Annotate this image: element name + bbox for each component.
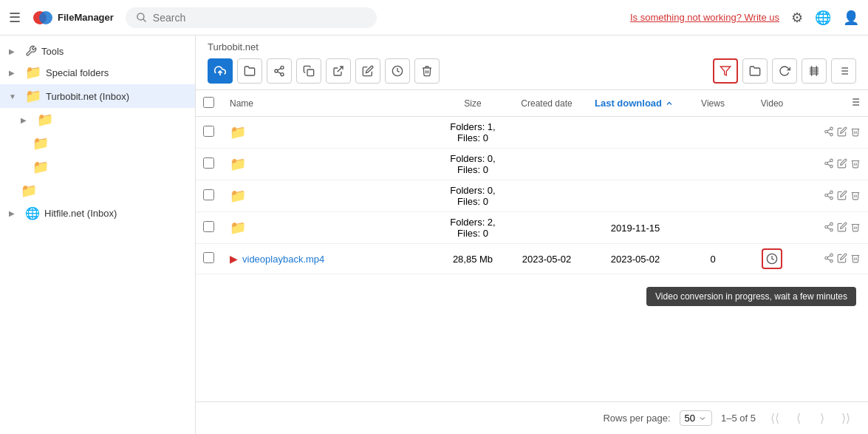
svg-line-41 xyxy=(827,160,830,162)
share-row-icon[interactable] xyxy=(824,158,834,171)
name-column-header[interactable]: Name xyxy=(222,90,440,117)
select-all-checkbox[interactable] xyxy=(203,97,214,108)
sidebar-item-subfolder4[interactable]: 📁 xyxy=(0,179,195,203)
sidebar: ▶ Tools ▶ 📁 Special folders ▼ 📁 Turbobit… xyxy=(0,35,196,434)
sidebar-item-hitfile[interactable]: ▶ 🌐 Hitfile.net (Inbox) xyxy=(0,203,195,224)
video-column-header[interactable]: Video xyxy=(742,90,802,117)
external-link-icon xyxy=(332,65,344,77)
svg-point-44 xyxy=(830,197,833,200)
edit-row-icon[interactable] xyxy=(837,158,847,171)
video-pending-button[interactable] xyxy=(762,248,782,269)
external-link-button[interactable] xyxy=(326,58,351,84)
share-row-icon[interactable] xyxy=(824,253,834,265)
hamburger-menu-icon[interactable]: ☰ xyxy=(9,10,21,26)
created-column-header[interactable]: Created date xyxy=(506,90,587,117)
share-button[interactable] xyxy=(267,58,292,84)
last-page-button[interactable]: ⟩⟩ xyxy=(835,408,856,429)
columns-button[interactable] xyxy=(802,58,827,84)
globe-icon[interactable]: 🌐 xyxy=(815,10,831,26)
pagination-info: 1–5 of 5 xyxy=(721,413,756,424)
row-checkbox[interactable] xyxy=(203,157,214,169)
first-page-button[interactable]: ⟨⟨ xyxy=(765,408,785,429)
toolbar-right xyxy=(713,58,856,84)
edit-row-icon[interactable] xyxy=(837,190,847,203)
delete-row-icon[interactable] xyxy=(850,190,861,203)
clock-icon xyxy=(766,253,778,265)
svg-point-6 xyxy=(275,69,278,72)
svg-point-42 xyxy=(830,191,833,194)
upload-button[interactable] xyxy=(208,58,233,84)
sidebar-item-subfolder1[interactable]: ▶ 📁 xyxy=(0,108,195,132)
toolbar xyxy=(196,52,868,90)
folder-nav-button[interactable] xyxy=(742,58,768,84)
next-page-button[interactable]: ⟩ xyxy=(812,408,833,429)
search-input[interactable] xyxy=(153,12,360,24)
hitfile-label: Hitfile.net (Inbox) xyxy=(44,208,117,219)
share-row-icon[interactable] xyxy=(824,190,834,203)
column-options-icon[interactable] xyxy=(849,96,861,108)
table-row: 📁 Folders: 0, Files: 0 xyxy=(196,180,868,212)
delete-button[interactable] xyxy=(414,58,440,84)
rows-per-page-select[interactable]: 50 xyxy=(680,410,712,426)
copy-button[interactable] xyxy=(296,58,321,84)
row-checkbox[interactable] xyxy=(203,252,214,263)
svg-point-55 xyxy=(830,260,833,262)
row-checkbox[interactable] xyxy=(203,189,214,200)
svg-point-48 xyxy=(825,226,828,228)
share-row-icon[interactable] xyxy=(824,126,834,139)
new-folder-button[interactable] xyxy=(237,58,262,84)
sidebar-item-turbobit[interactable]: ▼ 📁 Turbobit.net (Inbox) xyxy=(0,84,195,108)
upload-icon xyxy=(214,65,226,77)
row-video xyxy=(742,149,802,180)
video-conversion-tooltip: Video conversion in progress, wait a few… xyxy=(646,287,856,306)
views-column-header[interactable]: Views xyxy=(683,90,742,117)
app-logo: FileManager xyxy=(33,7,114,28)
chevron-right-icon: ▶ xyxy=(9,209,21,217)
sidebar-item-subfolder2[interactable]: 📁 xyxy=(0,132,195,155)
file-link[interactable]: videoplayback.mp4 xyxy=(242,254,324,265)
last-download-column-header[interactable]: Last download xyxy=(587,90,683,117)
row-views xyxy=(683,149,742,180)
svg-point-2 xyxy=(137,13,144,20)
sidebar-item-subfolder3[interactable]: 📁 xyxy=(0,155,195,179)
list-view-button[interactable] xyxy=(831,58,856,84)
history-button[interactable] xyxy=(385,58,410,84)
sidebar-item-tools[interactable]: ▶ Tools xyxy=(0,41,195,61)
edit-row-icon[interactable] xyxy=(837,126,847,139)
svg-point-43 xyxy=(825,194,828,197)
row-video xyxy=(742,244,802,274)
delete-row-icon[interactable] xyxy=(850,158,861,171)
feedback-link[interactable]: Is something not working? Write us xyxy=(630,12,779,23)
svg-point-47 xyxy=(830,223,833,226)
app-title: FileManager xyxy=(58,12,114,23)
delete-row-icon[interactable] xyxy=(850,222,861,234)
refresh-button[interactable] xyxy=(772,58,797,84)
file-table-container: Name Size Created date Last download Vi xyxy=(196,90,868,401)
sidebar-item-special-folders[interactable]: ▶ 📁 Special folders xyxy=(0,61,195,84)
edit-button[interactable] xyxy=(355,58,380,84)
prev-page-button[interactable]: ⟨ xyxy=(788,408,809,429)
folder-icon: 📁 xyxy=(230,157,246,172)
delete-row-icon[interactable] xyxy=(850,253,861,265)
chevron-down-icon: ▼ xyxy=(9,92,21,101)
size-column-header[interactable]: Size xyxy=(440,90,506,117)
folder-open-icon xyxy=(749,65,761,77)
svg-line-45 xyxy=(827,195,830,197)
row-last-download: 2019-11-15 xyxy=(587,212,683,244)
row-last-download xyxy=(587,149,683,180)
row-checkbox[interactable] xyxy=(203,221,214,232)
search-bar[interactable] xyxy=(126,7,377,28)
svg-point-54 xyxy=(825,257,828,260)
edit-row-icon[interactable] xyxy=(837,222,847,234)
share-row-icon[interactable] xyxy=(824,222,834,234)
delete-row-icon[interactable] xyxy=(850,126,861,139)
user-icon[interactable]: 👤 xyxy=(843,10,859,26)
row-views: 0 xyxy=(683,244,742,274)
settings-icon[interactable]: ⚙ xyxy=(791,10,803,26)
new-folder-icon xyxy=(244,65,256,77)
row-last-download xyxy=(587,117,683,149)
svg-line-57 xyxy=(827,255,830,257)
filter-button[interactable] xyxy=(713,58,738,84)
row-checkbox[interactable] xyxy=(203,126,214,137)
edit-row-icon[interactable] xyxy=(837,253,847,265)
